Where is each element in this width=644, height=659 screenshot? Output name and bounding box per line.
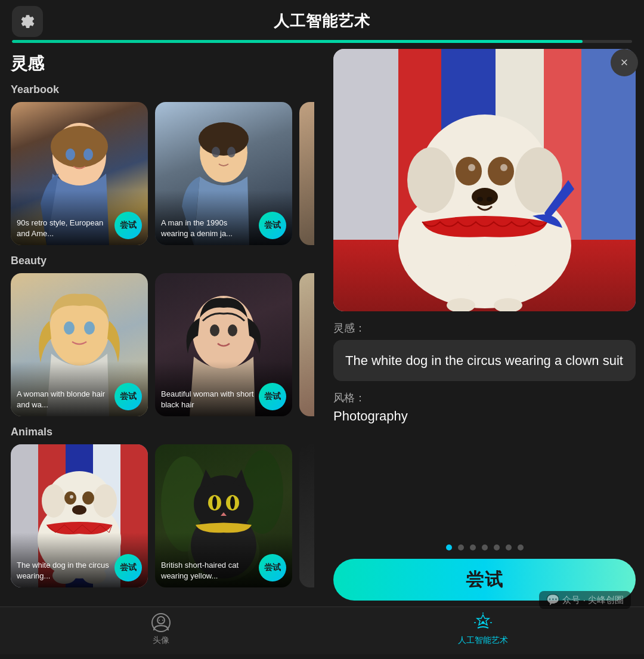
svg-point-47 (500, 164, 507, 171)
animals-card-3-partial[interactable] (299, 444, 314, 587)
beauty-card-2-overlay: Beautiful woman with short black hair 尝试 (155, 361, 292, 416)
beauty-label: Beauty (11, 255, 314, 267)
inspiration-info-label: 灵感： (333, 321, 636, 335)
svg-point-1 (51, 126, 108, 168)
svg-point-21 (72, 505, 86, 515)
inspiration-text: The white dog in the circus wearing a cl… (345, 351, 624, 370)
main-layout: 灵感 Yearbook 90s (0, 43, 644, 607)
dot-6[interactable] (506, 544, 512, 550)
svg-point-12 (210, 324, 219, 336)
yearbook-card-2-overlay: A man in the 1990s wearing a denim ja...… (155, 190, 292, 245)
nav-portrait-label: 头像 (153, 635, 169, 646)
gear-icon (20, 14, 35, 29)
nav-item-ai-art[interactable]: 人工智能艺术 (322, 612, 644, 649)
svg-point-20 (70, 495, 73, 499)
inspiration-text-box: The white dog in the circus wearing a cl… (333, 340, 636, 381)
animals-cards-row: The white dog in the circus wearing... 尝… (11, 444, 314, 587)
animals-card-1[interactable]: The white dog in the circus wearing... 尝… (11, 444, 148, 587)
svg-point-19 (82, 491, 94, 505)
animals-card-2-try[interactable]: 尝试 (259, 554, 286, 581)
yearbook-label: Yearbook (11, 83, 314, 96)
dog-svg (360, 61, 610, 311)
beauty-card-2-try[interactable]: 尝试 (259, 383, 286, 410)
animals-card-1-try[interactable]: 尝试 (114, 554, 142, 581)
svg-point-54 (162, 620, 163, 621)
left-panel: 灵感 Yearbook 90s (0, 43, 325, 607)
beauty-card-2[interactable]: Beautiful woman with short black hair 尝试 (155, 273, 292, 416)
watermark: 💬 众号 · 尖峰创圈 (539, 591, 631, 609)
svg-point-16 (42, 484, 66, 518)
bottom-nav: 头像 人工智能艺术 (0, 607, 644, 654)
animals-card-2-overlay: British short-haired cat wearing yellow.… (155, 533, 292, 587)
dot-7[interactable] (518, 544, 524, 550)
header: 人工智能艺术 (0, 0, 644, 32)
page-title: 人工智能艺术 (274, 11, 370, 32)
ai-art-icon (473, 612, 493, 633)
dog-scene (333, 49, 636, 311)
animals-card-2-desc: British short-haired cat wearing yellow.… (161, 560, 255, 581)
watermark-text: 众号 · 尖峰创圈 (562, 595, 624, 606)
beauty-card-3-partial[interactable] (299, 273, 314, 416)
dot-4[interactable] (482, 544, 488, 550)
dot-1[interactable] (446, 544, 452, 550)
yearbook-card-2-try[interactable]: 尝试 (259, 212, 286, 239)
svg-point-42 (407, 147, 455, 213)
beauty-card-1-desc: A woman with blonde hair and wa... (17, 389, 111, 410)
dots-indicator (333, 544, 636, 550)
animals-card-1-desc: The white dog in the circus wearing... (17, 560, 111, 581)
yearbook-card-1-try[interactable]: 尝试 (114, 212, 142, 239)
beauty-card-2-desc: Beautiful woman with short black hair (161, 389, 255, 410)
svg-point-33 (212, 496, 217, 509)
svg-point-34 (230, 496, 235, 509)
svg-point-52 (157, 617, 165, 624)
svg-point-49 (477, 197, 483, 202)
portrait-icon (151, 612, 171, 633)
svg-point-48 (472, 188, 498, 206)
style-info-label: 风格： (333, 391, 636, 405)
right-panel: × (325, 43, 644, 607)
yearbook-card-3-partial[interactable] (299, 102, 314, 245)
beauty-card-1[interactable]: A woman with blonde hair and wa... 尝试 (11, 273, 148, 416)
close-button[interactable]: × (611, 49, 638, 76)
dot-5[interactable] (494, 544, 500, 550)
wechat-icon: 💬 (546, 593, 559, 607)
yearbook-card-1-overlay: 90s retro style, European and Ame... 尝试 (11, 190, 148, 245)
beauty-cards-row: A woman with blonde hair and wa... 尝试 (11, 273, 314, 416)
svg-point-10 (84, 321, 95, 335)
svg-point-46 (468, 164, 475, 171)
preview-image (333, 49, 636, 311)
info-section: 灵感： The white dog in the circus wearing … (333, 321, 636, 533)
nav-item-portrait[interactable]: 头像 (0, 612, 322, 649)
dot-3[interactable] (470, 544, 476, 550)
svg-point-13 (228, 324, 237, 336)
svg-point-44 (456, 157, 482, 185)
yearbook-card-2[interactable]: A man in the 1990s wearing a denim ja...… (155, 102, 292, 245)
animals-card-1-overlay: The white dog in the circus wearing... 尝… (11, 533, 148, 587)
svg-point-7 (227, 147, 236, 157)
svg-point-2 (66, 148, 75, 160)
animals-label: Animals (11, 426, 314, 438)
yearbook-cards-row: 90s retro style, European and Ame... 尝试 (11, 102, 314, 245)
yearbook-card-1-desc: 90s retro style, European and Ame... (17, 218, 111, 239)
svg-point-45 (488, 157, 514, 185)
svg-point-5 (199, 122, 249, 156)
beauty-card-1-overlay: A woman with blonde hair and wa... 尝试 (11, 361, 148, 416)
beauty-card-1-try[interactable]: 尝试 (114, 383, 142, 410)
dot-2[interactable] (458, 544, 464, 550)
settings-button[interactable] (12, 6, 43, 37)
yearbook-card-2-desc: A man in the 1990s wearing a denim ja... (161, 218, 255, 239)
svg-point-17 (93, 484, 117, 518)
svg-point-55 (482, 621, 484, 624)
svg-point-6 (212, 147, 220, 157)
svg-point-50 (487, 197, 493, 202)
animals-card-2[interactable]: British short-haired cat wearing yellow.… (155, 444, 292, 587)
svg-point-9 (64, 321, 75, 335)
inspiration-heading: 灵感 (11, 52, 314, 75)
svg-point-53 (159, 620, 160, 621)
close-icon: × (621, 55, 628, 70)
try-button-label: 尝试 (466, 568, 504, 592)
style-value: Photography (333, 409, 636, 424)
yearbook-card-1[interactable]: 90s retro style, European and Ame... 尝试 (11, 102, 148, 245)
svg-point-3 (83, 148, 93, 160)
nav-ai-art-label: 人工智能艺术 (458, 635, 508, 646)
